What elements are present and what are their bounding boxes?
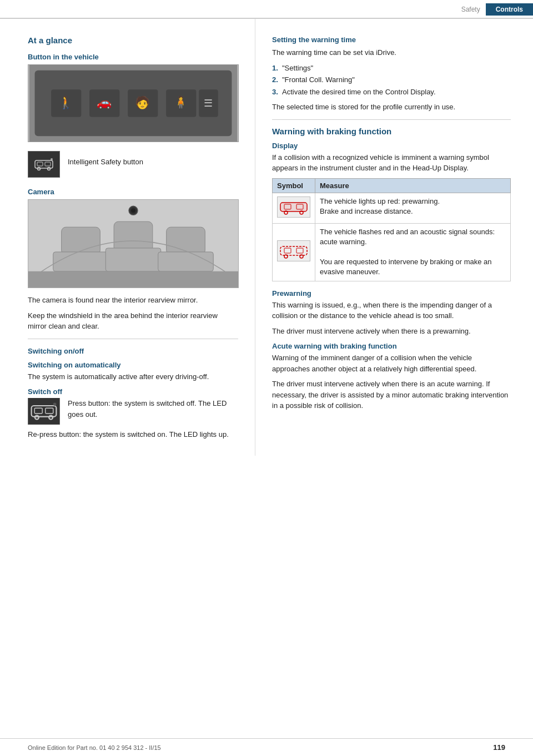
header-safety-label: Safety (461, 6, 480, 13)
svg-point-35 (53, 403, 57, 406)
intelligent-safety-label: Intelligent Safety button (68, 157, 143, 168)
button-in-vehicle-title: Button in the vehicle (28, 53, 238, 61)
display-desc: If a collision with a recognized vehicle… (272, 152, 511, 174)
step-2-text: "Frontal Coll. Warning" (282, 75, 355, 84)
svg-rect-43 (278, 241, 310, 261)
svg-point-18 (51, 158, 53, 160)
header-controls-label: Controls (486, 3, 533, 16)
svg-rect-12 (33, 155, 55, 174)
table-row: The vehicle flashes red and an acoustic … (273, 223, 511, 281)
display-label: Display (272, 142, 511, 150)
svg-text:🧑: 🧑 (135, 95, 150, 110)
switch-off-title: Switch off (28, 387, 238, 396)
acute-warning-label: Acute warning with braking function (272, 342, 511, 350)
page-header: Safety Controls (0, 0, 533, 19)
car-icon-acute (277, 240, 310, 261)
svg-rect-29 (28, 398, 59, 425)
table-row-2-measure: The vehicle flashes red and an acoustic … (315, 223, 511, 281)
left-column: At a glance Button in the vehicle 🚶 🚗 (0, 19, 255, 456)
table-row: The vehicle lights up red: prewarning. B… (273, 193, 511, 223)
warning-table: Symbol Measure (272, 178, 511, 281)
warning-braking-title: Warning with braking function (272, 127, 511, 136)
car-icon-prewarning (277, 196, 310, 218)
settings-steps-list: 1. "Settings" 2. "Frontal Coll. Warning"… (272, 63, 511, 98)
switch-off-row: Press button: the system is switched off… (28, 398, 238, 425)
switch-off-desc: Press button: the system is switched off… (68, 398, 238, 420)
svg-text:🧍: 🧍 (173, 95, 189, 110)
step-2-num: 2. (272, 74, 278, 85)
svg-rect-23 (53, 252, 108, 271)
step-3-text: Activate the desired time on the Control… (282, 88, 436, 96)
step-3: 3. Activate the desired time on the Cont… (272, 87, 511, 98)
divider2 (272, 119, 511, 120)
acute-desc2: The driver must intervene actively when … (272, 379, 511, 411)
camera-section-title: Camera (28, 188, 238, 196)
camera-desc1: The camera is found near the interior re… (28, 295, 238, 306)
table-header-measure: Measure (315, 178, 511, 193)
table-row-1-measure: The vehicle lights up red: prewarning. B… (315, 193, 511, 223)
repress-desc: Re-press button: the system is switched … (28, 429, 238, 440)
setting-warning-time-title: Setting the warning time (272, 36, 511, 44)
camera-desc2: Keep the windshield in the area behind t… (28, 310, 238, 332)
table-header-row: Symbol Measure (273, 178, 511, 193)
setting-desc: The warning time can be set via iDrive. (272, 47, 511, 58)
footer-text: Online Edition for Part no. 01 40 2 954 … (28, 744, 161, 751)
svg-rect-24 (105, 248, 160, 271)
setting-note: The selected time is stored for the prof… (272, 102, 511, 113)
svg-rect-21 (114, 221, 153, 252)
intelligent-safety-button-row: Intelligent Safety button (28, 151, 238, 178)
footer-page-number: 119 (493, 743, 505, 752)
svg-rect-28 (28, 271, 238, 288)
right-column: Setting the warning time The warning tim… (255, 19, 533, 456)
acute-desc1: Warning of the imminent danger of a coll… (272, 352, 511, 374)
camera-image (28, 199, 239, 288)
table-row-2-symbol (273, 223, 315, 281)
main-content: At a glance Button in the vehicle 🚶 🚗 (0, 19, 533, 456)
svg-text:☰: ☰ (204, 98, 213, 109)
isb-icon (28, 151, 60, 178)
at-a-glance-title: At a glance (28, 36, 238, 45)
table-row-1-symbol (273, 193, 315, 223)
step-1: 1. "Settings" (272, 63, 511, 74)
switching-on-auto-title: Switching on automatically (28, 361, 238, 369)
step-1-text: "Settings" (282, 64, 313, 72)
step-2: 2. "Frontal Coll. Warning" (272, 74, 511, 85)
prewarning-desc1: This warning is issued, e.g., when there… (272, 300, 511, 321)
step-1-num: 1. (272, 63, 278, 74)
step-3-num: 3. (272, 87, 278, 98)
switching-on-auto-desc: The system is automatically active after… (28, 371, 238, 382)
page-footer: Online Edition for Part no. 01 40 2 954 … (0, 738, 533, 756)
svg-rect-25 (158, 252, 213, 271)
dashboard-buttons-image: 🚶 🚗 🧑 🧍 ☰ (28, 64, 239, 142)
divider (28, 339, 238, 339)
switching-on-off-title: Switching on/off (28, 347, 238, 355)
svg-text:🚗: 🚗 (97, 95, 112, 110)
prewarning-desc2: The driver must intervene actively when … (272, 326, 511, 337)
svg-rect-42 (280, 203, 307, 211)
svg-point-27 (131, 208, 135, 213)
switch-off-icon (28, 398, 60, 425)
table-header-symbol: Symbol (273, 178, 315, 193)
prewarning-label: Prewarning (272, 289, 511, 298)
svg-text:🚶: 🚶 (58, 95, 74, 110)
